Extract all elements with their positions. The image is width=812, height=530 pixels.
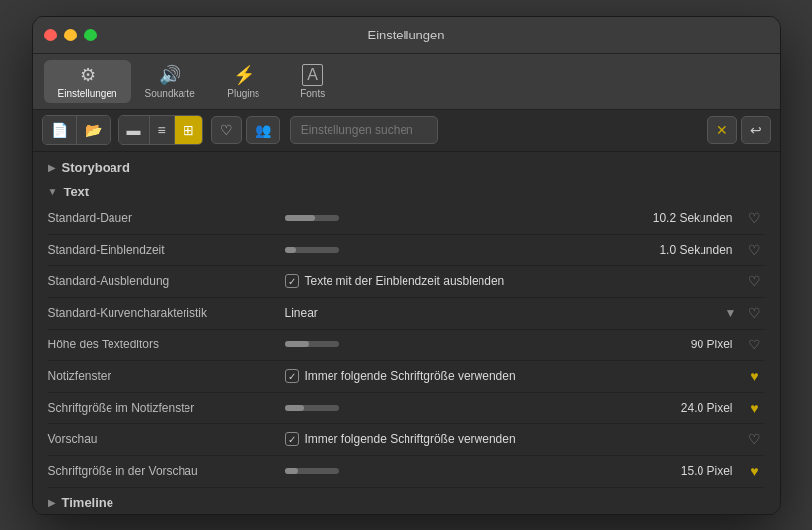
slider-einblendzeit[interactable]	[285, 247, 339, 253]
row-vorschau: Vorschau ✓ Immer folgende Schriftgröße v…	[48, 424, 765, 456]
control-kurvencharakteristik: Linear ▼	[285, 306, 741, 320]
heart-standard-dauer[interactable]: ♡	[745, 210, 765, 226]
label-kurvencharakteristik: Standard-Kurvencharakteristik	[48, 306, 285, 320]
storyboard-section-header[interactable]: ▶ Storyboard	[48, 152, 765, 179]
row-standard-dauer: Standard-Dauer 10.2 Sekunden ♡	[48, 203, 765, 235]
control-vorschau: ✓ Immer folgende Schriftgröße verwenden	[285, 432, 741, 446]
storyboard-arrow: ▶	[48, 162, 56, 173]
checkbox-notizfenster-icon: ✓	[285, 369, 299, 383]
row-texteditor-height: Höhe des Texteditors 90 Pixel ♡	[48, 330, 765, 361]
favorites-button[interactable]: ♡	[211, 116, 242, 144]
storyboard-title: Storyboard	[62, 160, 130, 175]
label-texteditor-height: Höhe des Texteditors	[48, 338, 285, 351]
list-icon: ▬	[127, 122, 141, 138]
slider-texteditor-height[interactable]	[285, 341, 339, 347]
control-standard-dauer: 10.2 Sekunden	[285, 211, 741, 225]
x-icon: ✕	[716, 122, 728, 138]
checkbox-vorschau-text: Immer folgende Schriftgröße verwenden	[305, 432, 516, 446]
label-standard-dauer: Standard-Dauer	[48, 211, 285, 225]
list-view-button[interactable]: ▬	[119, 116, 150, 144]
grid-icon: ⊞	[183, 122, 194, 138]
tab-soundkarte-label: Soundkarte	[145, 88, 195, 99]
main-window: Einstellungen ⚙ Einstellungen 🔊 Soundkar…	[32, 16, 781, 515]
value-schriftgroesse-notiz: 24.0 Pixel	[347, 401, 741, 415]
plugins-icon: ⚡	[233, 64, 255, 86]
control-einblendzeit: 1.0 Sekunden	[285, 243, 741, 257]
grid-view-button[interactable]: ⊞	[175, 116, 202, 144]
text-title: Text	[63, 185, 89, 199]
checkbox-notizfenster-text: Immer folgende Schriftgröße verwenden	[305, 369, 516, 383]
window-title: Einstellungen	[367, 28, 444, 42]
heart-icon: ♡	[220, 122, 233, 138]
checkbox-ausblendung-text: Texte mit der Einblendzeit ausblenden	[305, 274, 505, 288]
undo-button[interactable]: ↩	[741, 116, 771, 144]
label-schriftgroesse-notiz: Schriftgröße im Notizfenster	[48, 401, 285, 415]
tab-einstellungen[interactable]: ⚙ Einstellungen	[44, 60, 131, 103]
dropdown-value-kurvencharakteristik: Linear	[285, 306, 725, 320]
row-einblendzeit: Standard-Einblendzeit 1.0 Sekunden ♡	[48, 235, 765, 266]
heart-ausblendung[interactable]: ♡	[745, 273, 765, 289]
users-icon: 👥	[255, 122, 271, 138]
row-kurvencharakteristik: Standard-Kurvencharakteristik Linear ▼ ♡	[48, 298, 765, 330]
label-ausblendung: Standard-Ausblendung	[48, 274, 285, 288]
tab-soundkarte[interactable]: 🔊 Soundkarte	[131, 60, 209, 103]
minimize-button[interactable]	[64, 29, 77, 41]
control-schriftgroesse-notiz: 24.0 Pixel	[285, 401, 741, 415]
value-schriftgroesse-vorschau: 15.0 Pixel	[347, 464, 741, 478]
fonts-icon: A	[302, 64, 323, 86]
detail-view-button[interactable]: ≡	[150, 116, 175, 144]
folder-btn-group: 📄 📂	[42, 115, 111, 145]
new-folder-button[interactable]: 📄	[43, 116, 77, 144]
heart-kurvencharakteristik[interactable]: ♡	[745, 305, 765, 321]
timeline-arrow: ▶	[48, 497, 56, 508]
dropdown-arrow-kurvencharakteristik: ▼	[725, 306, 737, 320]
tab-plugins-label: Plugins	[227, 88, 259, 99]
control-schriftgroesse-vorschau: 15.0 Pixel	[285, 464, 741, 478]
heart-einblendzeit[interactable]: ♡	[745, 242, 765, 258]
search-input[interactable]	[290, 116, 438, 144]
open-folder-button[interactable]: 📂	[77, 116, 110, 144]
control-ausblendung: ✓ Texte mit der Einblendzeit ausblenden	[285, 274, 741, 288]
folder-open-icon: 📂	[85, 122, 102, 138]
label-schriftgroesse-vorschau: Schriftgröße in der Vorschau	[48, 464, 285, 478]
row-schriftgroesse-vorschau: Schriftgröße in der Vorschau 15.0 Pixel …	[48, 456, 765, 488]
content-area: ▶ Storyboard ▼ Text Standard-Dauer 10.2 …	[33, 152, 780, 514]
soundkarte-icon: 🔊	[159, 64, 181, 86]
value-standard-dauer: 10.2 Sekunden	[347, 211, 741, 225]
undo-icon: ↩	[750, 122, 762, 138]
slider-schriftgroesse-vorschau[interactable]	[285, 468, 339, 474]
slider-schriftgroesse-notiz[interactable]	[285, 405, 339, 411]
heart-schriftgroesse-notiz[interactable]: ♥	[745, 400, 765, 416]
heart-vorschau[interactable]: ♡	[745, 431, 765, 447]
heart-schriftgroesse-vorschau[interactable]: ♥	[745, 463, 765, 479]
checkbox-ausblendung-icon: ✓	[285, 274, 299, 288]
secondary-toolbar: 📄 📂 ▬ ≡ ⊞ ♡ 👥 ✕	[33, 110, 780, 152]
view-btn-group: ▬ ≡ ⊞	[118, 115, 203, 145]
control-texteditor-height: 90 Pixel	[285, 338, 741, 351]
row-ausblendung: Standard-Ausblendung ✓ Texte mit der Ein…	[48, 266, 765, 298]
folder-new-icon: 📄	[51, 122, 68, 138]
label-einblendzeit: Standard-Einblendzeit	[48, 243, 285, 257]
tab-fonts[interactable]: A Fonts	[278, 60, 347, 103]
heart-notizfenster[interactable]: ♥	[745, 368, 765, 384]
dropdown-kurvencharakteristik[interactable]: Linear ▼	[285, 306, 741, 320]
close-button[interactable]	[44, 29, 57, 41]
timeline-section-header[interactable]: ▶ Timeline	[48, 488, 765, 514]
value-einblendzeit: 1.0 Sekunden	[347, 243, 741, 257]
row-schriftgroesse-notiz: Schriftgröße im Notizfenster 24.0 Pixel …	[48, 393, 765, 424]
tab-fonts-label: Fonts	[300, 88, 325, 99]
slider-standard-dauer[interactable]	[285, 215, 339, 221]
label-vorschau: Vorschau	[48, 432, 285, 446]
titlebar: Einstellungen	[33, 17, 780, 54]
heart-texteditor-height[interactable]: ♡	[745, 337, 765, 352]
toolbar-end: ✕ ↩	[707, 116, 771, 144]
maximize-button[interactable]	[84, 29, 97, 41]
text-section-header[interactable]: ▼ Text	[48, 179, 765, 203]
checkbox-vorschau[interactable]: ✓ Immer folgende Schriftgröße verwenden	[285, 432, 516, 446]
tab-plugins[interactable]: ⚡ Plugins	[209, 60, 278, 103]
users-button[interactable]: 👥	[246, 116, 280, 144]
checkbox-ausblendung[interactable]: ✓ Texte mit der Einblendzeit ausblenden	[285, 274, 505, 288]
checkbox-notizfenster[interactable]: ✓ Immer folgende Schriftgröße verwenden	[285, 369, 516, 383]
x-button[interactable]: ✕	[707, 116, 737, 144]
detail-icon: ≡	[158, 122, 166, 138]
